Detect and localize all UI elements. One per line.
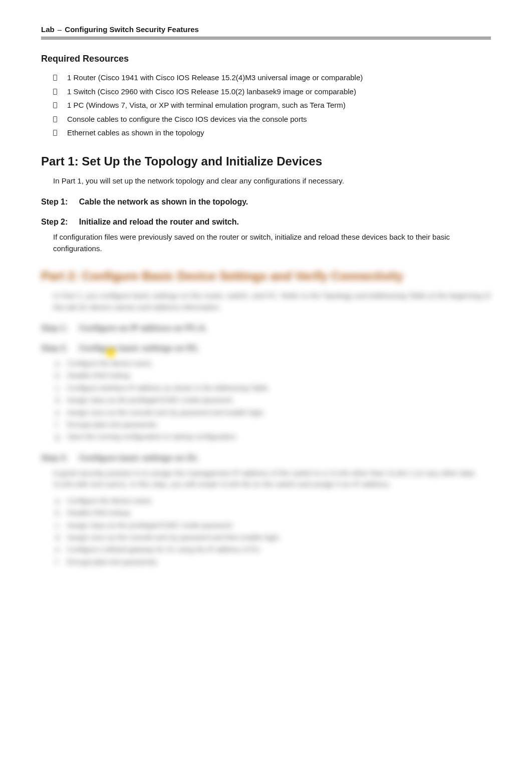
step-number: Step 1: [41, 324, 68, 332]
part2-step3-heading: Step 3: Configure basic settings on S1. [41, 454, 491, 463]
resources-list: 1 Router (Cisco 1941 with Cisco IOS Rele… [53, 71, 491, 139]
list-item: Console cables to configure the Cisco IO… [53, 113, 491, 126]
header-title: Configuring Switch Security Features [65, 25, 199, 34]
locked-content-preview: Part 2: Configure Basic Device Settings … [41, 269, 491, 567]
list-item: Disable DNS lookup. [55, 507, 491, 518]
page-header: Lab – Configuring Switch Security Featur… [41, 25, 491, 34]
list-item: Assign cisco as the console and vty pass… [55, 407, 491, 418]
part2-step3-body: A good security practice is to assign th… [53, 468, 491, 490]
list-item: Encrypt plain text passwords. [55, 419, 491, 430]
list-item: 1 PC (Windows 7, Vista, or XP with termi… [53, 99, 491, 112]
step-text: Cable the network as shown in the topolo… [79, 198, 248, 206]
list-item: 1 Router (Cisco 1941 with Cisco IOS Rele… [53, 71, 491, 84]
part1-step2-body: If configuration files were previously s… [53, 232, 491, 254]
step-text: Configure an IP address on PC-A. [79, 324, 207, 332]
part2-step2-list: Configure the device name. Disable DNS l… [55, 358, 491, 443]
step-number: Step 3: [41, 454, 68, 462]
required-resources-heading: Required Resources [41, 54, 491, 64]
step-text: Initialize and reload the router and swi… [79, 218, 239, 226]
step-number: Step 1: [41, 198, 68, 206]
list-item: Encrypt plain text passwords. [55, 556, 491, 567]
list-item: Save the running configuration to startu… [55, 431, 491, 442]
highlight-icon [106, 348, 115, 357]
part2-step1-heading: Step 1: Configure an IP address on PC-A. [41, 324, 491, 333]
step-number: Step 2: [41, 344, 68, 352]
part1-intro: In Part 1, you will set up the network t… [53, 175, 491, 187]
part1-heading: Part 1: Set Up the Topology and Initiali… [41, 154, 491, 168]
list-item: Configure the device name. [55, 358, 491, 369]
step-text: Configure basic settings on S1. [79, 454, 199, 462]
list-item: Configure a default gateway for S1 using… [55, 544, 491, 555]
header-divider [41, 37, 491, 40]
part1-step1-heading: Step 1: Cable the network as shown in th… [41, 198, 491, 207]
list-item: Configure the device name. [55, 495, 491, 506]
header-dash: – [58, 25, 62, 34]
header-prefix: Lab [41, 25, 55, 34]
list-item: Ethernet cables as shown in the topology [53, 126, 491, 139]
list-item: Assign class as the privileged EXEC mode… [55, 395, 491, 406]
list-item: Assign cisco as the console and vty pass… [55, 532, 491, 543]
list-item: 1 Switch (Cisco 2960 with Cisco IOS Rele… [53, 85, 491, 98]
part2-intro: In Part 2, you configure basic settings … [53, 290, 491, 313]
step-text: Configure basic settings on R1. [79, 344, 199, 352]
list-item: Configure interface IP address as shown … [55, 382, 491, 394]
part2-heading: Part 2: Configure Basic Device Settings … [41, 269, 491, 283]
part1-step2-heading: Step 2: Initialize and reload the router… [41, 218, 491, 227]
part2-step3-list: Configure the device name. Disable DNS l… [55, 495, 491, 567]
list-item: Assign class as the privileged EXEC mode… [55, 520, 491, 531]
step-number: Step 2: [41, 218, 68, 226]
list-item: Disable DNS lookup. [55, 370, 491, 381]
